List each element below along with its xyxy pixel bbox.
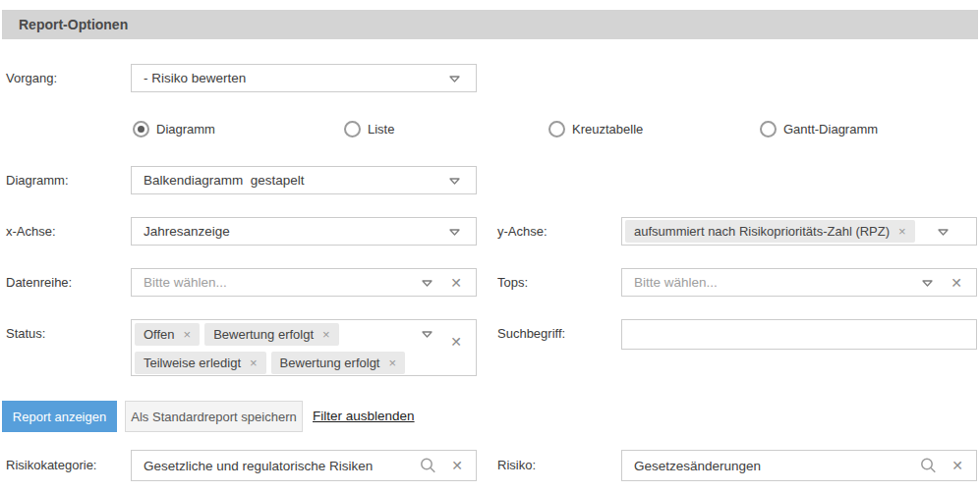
status-tag-label: Teilweise erledigt [144, 356, 241, 370]
radio-diagramm[interactable]: Diagramm [133, 121, 215, 137]
status-multiselect[interactable]: Offen × Bewertung erfolgt × Teilweise er… [131, 319, 477, 376]
status-label: Status: [6, 326, 45, 341]
vorgang-value: - Risiko bewerten [132, 71, 246, 85]
chevron-down-icon [422, 331, 432, 338]
chevron-down-icon [938, 229, 949, 236]
report-options-panel: Report-Optionen Vorgang: - Risiko bewert… [0, 0, 980, 493]
remove-tag-icon[interactable]: × [322, 327, 330, 342]
remove-tag-icon[interactable]: × [898, 224, 906, 239]
status-tag: Bewertung erfolgt × [204, 323, 339, 346]
radio-icon [760, 121, 777, 137]
diagramm-value: Balkendiagramm gestapelt [132, 173, 305, 188]
radio-liste[interactable]: Liste [344, 121, 394, 137]
radio-gantt-label: Gantt-Diagramm [783, 122, 878, 137]
chevron-down-icon [449, 229, 460, 236]
risiko-label: Risiko: [497, 458, 536, 472]
chevron-down-icon [449, 76, 460, 82]
status-tag: Bewertung erfolgt × [271, 352, 406, 374]
vorgang-label: Vorgang: [6, 71, 57, 85]
radio-icon [344, 121, 361, 137]
chevron-down-icon [922, 280, 933, 287]
remove-tag-icon[interactable]: × [250, 356, 258, 370]
x-achse-value: Jahresanzeige [132, 224, 230, 239]
remove-tag-icon[interactable]: × [389, 356, 397, 370]
tops-placeholder: Bitte wählen... [622, 275, 718, 290]
risikokategorie-picker[interactable]: Gesetzliche und regulatorische Risiken ✕ [131, 450, 477, 481]
radio-icon [548, 121, 565, 137]
y-achse-tag-label: aufsummiert nach Risikoprioritäts-Zahl (… [634, 224, 890, 239]
remove-tag-icon[interactable]: × [184, 327, 192, 342]
status-tag: Teilweise erledigt × [135, 352, 266, 374]
status-tag-label: Bewertung erfolgt [280, 356, 380, 370]
clear-icon[interactable]: ✕ [951, 459, 963, 472]
risikokategorie-value: Gesetzliche und regulatorische Risiken [132, 459, 373, 473]
show-report-button[interactable]: Report anzeigen [2, 401, 117, 432]
clear-icon[interactable]: ✕ [450, 276, 462, 290]
risiko-picker[interactable]: Gesetzesänderungen ✕ [621, 450, 977, 481]
radio-liste-label: Liste [368, 122, 394, 137]
search-icon[interactable] [920, 458, 937, 474]
risiko-value: Gesetzesänderungen [622, 459, 761, 473]
radio-kreuztabelle-label: Kreuztabelle [572, 122, 643, 137]
chevron-down-icon [422, 280, 432, 287]
x-achse-label: x-Achse: [6, 224, 56, 239]
status-tag: Offen × [135, 323, 200, 346]
status-tag-label: Bewertung erfolgt [213, 327, 314, 342]
radio-kreuztabelle[interactable]: Kreuztabelle [548, 121, 643, 137]
radio-diagramm-label: Diagramm [156, 122, 215, 137]
save-default-report-button[interactable]: Als Standardreport speichern [125, 401, 303, 432]
panel-header: Report-Optionen [2, 10, 978, 39]
datenreihe-label: Datenreihe: [6, 275, 72, 290]
y-achse-multiselect[interactable]: aufsummiert nach Risikoprioritäts-Zahl (… [621, 217, 977, 246]
chevron-down-icon [449, 178, 460, 185]
save-default-label: Als Standardreport speichern [131, 410, 296, 424]
risikokategorie-label: Risikokategorie: [6, 458, 97, 472]
radio-selected-icon [133, 121, 149, 137]
show-report-label: Report anzeigen [13, 410, 106, 424]
tops-label: Tops: [497, 275, 528, 290]
suchbegriff-input[interactable] [621, 319, 977, 350]
status-tag-label: Offen [144, 327, 175, 342]
datenreihe-select[interactable]: Bitte wählen... ✕ [131, 268, 477, 297]
clear-icon[interactable]: ✕ [951, 276, 962, 290]
tops-select[interactable]: Bitte wählen... ✕ [621, 268, 977, 297]
status-tags: Offen × Bewertung erfolgt × Teilweise er… [132, 320, 427, 377]
y-achse-tag: aufsummiert nach Risikoprioritäts-Zahl (… [625, 220, 915, 243]
panel-title: Report-Optionen [19, 17, 128, 32]
clear-icon[interactable]: ✕ [451, 459, 463, 472]
diagramm-select[interactable]: Balkendiagramm gestapelt [131, 166, 477, 194]
diagramm-label: Diagramm: [6, 173, 69, 188]
vorgang-select[interactable]: - Risiko bewerten [131, 64, 477, 92]
clear-icon[interactable]: ✕ [450, 335, 462, 349]
suchbegriff-label: Suchbegriff: [497, 326, 565, 341]
hide-filter-link[interactable]: Filter ausblenden [313, 409, 415, 423]
radio-gantt-diagramm[interactable]: Gantt-Diagramm [760, 121, 878, 137]
x-achse-select[interactable]: Jahresanzeige [131, 217, 477, 246]
y-achse-label: y-Achse: [497, 224, 548, 239]
search-icon[interactable] [420, 458, 436, 474]
datenreihe-placeholder: Bitte wählen... [132, 275, 227, 290]
